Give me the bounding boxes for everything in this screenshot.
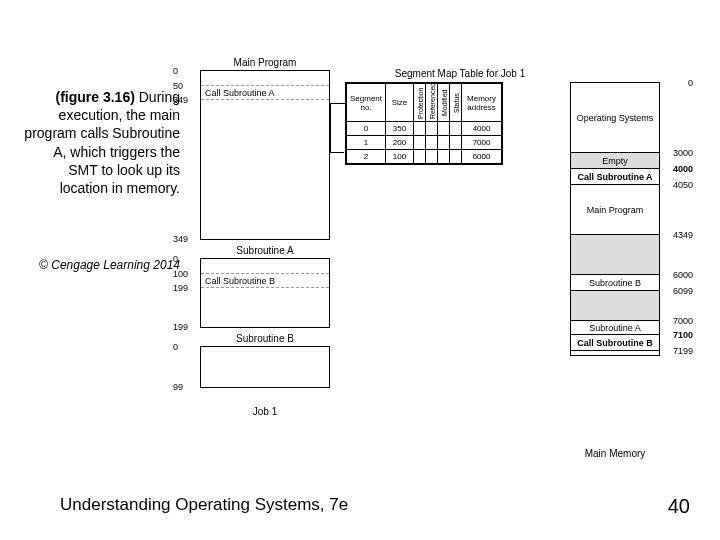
connector-line [330,152,344,153]
segment-title: Subroutine A [201,245,329,256]
memory-address: 4349 [673,230,693,240]
smt-cell: 350 [386,122,414,136]
memory-block: Subroutine B6000 [571,275,659,291]
memory-block: 7199 [571,351,659,355]
smt-header: Referenced [426,84,438,122]
smt-cell [450,136,462,150]
memory-block: Subroutine A7000 [571,321,659,335]
smt-title: Segment Map Table for Job 1 [345,68,575,79]
job-segments-column: Main Program0Call Subroutine A50349349Su… [200,70,330,417]
memory-block: Call Subroutine A4000 [571,169,659,185]
connector-line [330,103,331,153]
memory-block: Operating Systems0 [571,83,659,153]
segment-offset-tick: 349 [173,95,188,105]
smt-cell [438,150,450,164]
memory-address: 0 [688,78,693,88]
segment-map-table: Segment no.SizeProtectionReferencedModif… [345,82,503,165]
memory-address: 6099 [673,286,693,296]
segment-block: Subroutine B099 [200,346,330,388]
segment-block: Main Program0Call Subroutine A50349349 [200,70,330,240]
page-number: 40 [668,495,690,518]
memory-address: 7199 [673,346,693,356]
smt-header: Status [450,84,462,122]
smt-cell [438,122,450,136]
smt-cell: 200 [386,136,414,150]
segment-row: 0 [201,347,329,387]
smt-cell [414,122,426,136]
segment-offset-tick: 99 [173,382,183,392]
job-label: Job 1 [200,406,330,417]
segment-title: Subroutine B [201,333,329,344]
smt-cell: 0 [347,122,386,136]
smt-cell: 6000 [462,150,502,164]
smt-cell: 4000 [462,122,502,136]
memory-address: 7100 [673,330,693,340]
segment-offset-tick: 199 [173,322,188,332]
smt-cell [450,122,462,136]
segment-offset-tick: 0 [173,66,178,76]
smt-header: Size [386,84,414,122]
smt-header: Segment no. [347,84,386,122]
memory-address: 4000 [673,164,693,174]
segment-row: Call Subroutine B100 [201,273,329,287]
memory-block: Empty3000 [571,153,659,169]
smt-header: Modified [438,84,450,122]
segment-offset-tick: 50 [173,81,183,91]
segment-offset-tick: 199 [173,283,188,293]
segment-row: 349 [201,99,329,239]
smt-cell: 100 [386,150,414,164]
memory-address: 3000 [673,148,693,158]
smt-cell [450,150,462,164]
segment-offset-tick: 349 [173,234,188,244]
figure-title: (figure 3.16) [56,89,135,105]
memory-block: 4349 [571,235,659,275]
segment-row: 0 [201,259,329,273]
segment-offset-tick: 0 [173,342,178,352]
segment-row: 199 [201,287,329,327]
smt-cell [426,136,438,150]
smt-cell [414,150,426,164]
book-title: Understanding Operating Systems, 7e [60,495,348,515]
smt-cell [426,150,438,164]
smt-header: Memory address [462,84,502,122]
smt-cell [438,136,450,150]
segment-block: Subroutine A0Call Subroutine B100199199 [200,258,330,328]
smt-cell [426,122,438,136]
smt-header: Protection [414,84,426,122]
segment-row: Call Subroutine A50 [201,85,329,99]
memory-address: 6000 [673,270,693,280]
segment-title: Main Program [201,57,329,68]
smt-cell: 7000 [462,136,502,150]
copyright-credit: © Cengage Learning 2014 [20,258,180,274]
main-memory-column: Operating Systems0Empty3000Call Subrouti… [570,82,660,356]
memory-block: Call Subroutine B7100 [571,335,659,351]
main-memory-label: Main Memory [570,448,660,459]
segment-row: 0 [201,71,329,85]
memory-block: 6099 [571,291,659,321]
figure-body: During execution, the main program calls… [24,89,180,196]
segment-offset-tick: 100 [173,269,188,279]
memory-address: 4050 [673,180,693,190]
figure-caption: (figure 3.16) During execution, the main… [20,88,180,197]
memory-block: Main Program4050 [571,185,659,235]
segment-offset-tick: 0 [173,254,178,264]
smt-cell: 2 [347,150,386,164]
memory-address: 7000 [673,316,693,326]
connector-line [330,103,345,104]
smt-cell [414,136,426,150]
smt-cell: 1 [347,136,386,150]
